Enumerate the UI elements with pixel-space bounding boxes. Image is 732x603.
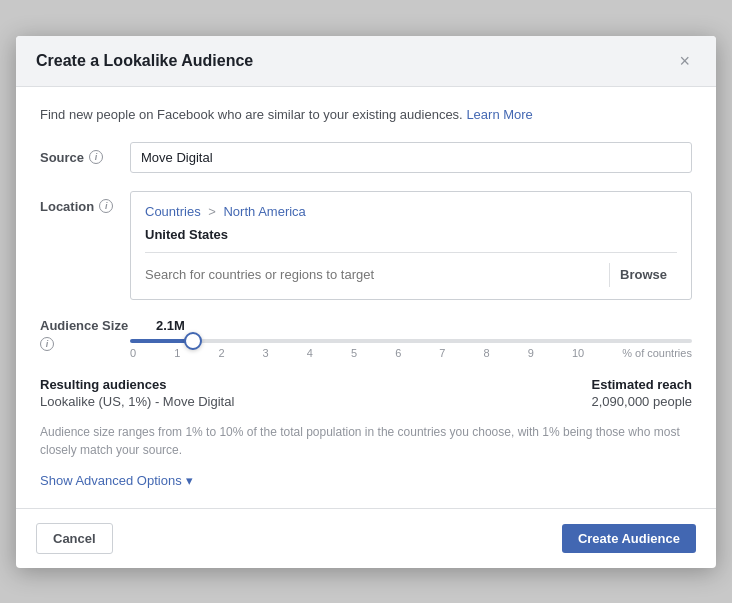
results-section: Resulting audiences Lookalike (US, 1%) -… [40,377,692,409]
modal-body: Find new people on Facebook who are simi… [16,87,716,508]
source-info-icon[interactable]: i [89,150,103,164]
learn-more-link[interactable]: Learn More [466,107,532,122]
estimated-reach-label: Estimated reach [592,377,692,392]
source-row: Source i [40,142,692,173]
pct-label: % of countries [622,347,692,359]
audience-size-slider[interactable] [130,339,692,343]
selected-country: United States [145,227,677,242]
estimated-reach-value: 2,090,000 people [592,394,692,409]
size-control: 2.1M 0 1 2 3 4 5 6 7 8 9 [130,318,692,359]
modal-footer: Cancel Create Audience [16,508,716,568]
source-label: Source i [40,142,130,165]
modal-container: Create a Lookalike Audience × Find new p… [16,36,716,568]
audience-size-section: Audience Size i 2.1M 0 1 2 3 4 [40,318,692,359]
breadcrumb: Countries > North America [145,204,677,219]
show-advanced-button[interactable]: Show Advanced Options ▾ [40,473,193,488]
search-row: Browse [145,252,677,287]
source-field [130,142,692,173]
audience-size-label-wrapper: Audience Size i [40,318,130,351]
resulting-audiences-label: Resulting audiences [40,377,234,392]
breadcrumb-separator: > [208,204,216,219]
source-input[interactable] [130,142,692,173]
audience-note: Audience size ranges from 1% to 10% of t… [40,423,692,459]
country-search-input[interactable] [145,267,609,282]
cancel-button[interactable]: Cancel [36,523,113,554]
location-box: Countries > North America United States … [130,191,692,300]
intro-text: Find new people on Facebook who are simi… [40,107,692,122]
browse-button[interactable]: Browse [609,263,677,287]
size-label-row: Audience Size i 2.1M 0 1 2 3 4 [40,318,692,359]
modal-title: Create a Lookalike Audience [36,52,253,70]
location-row: Location i Countries > North America Uni… [40,191,692,300]
audience-size-info-icon[interactable]: i [40,337,54,351]
create-audience-button[interactable]: Create Audience [562,524,696,553]
resulting-audiences-col: Resulting audiences Lookalike (US, 1%) -… [40,377,234,409]
breadcrumb-region: North America [223,204,305,219]
resulting-audiences-value: Lookalike (US, 1%) - Move Digital [40,394,234,409]
modal-header: Create a Lookalike Audience × [16,36,716,87]
location-info-icon[interactable]: i [99,199,113,213]
results-columns: Resulting audiences Lookalike (US, 1%) -… [40,377,692,409]
size-value: 2.1M [130,318,692,333]
location-label: Location i [40,191,130,214]
close-button[interactable]: × [673,50,696,72]
estimated-reach-col: Estimated reach 2,090,000 people [592,377,692,409]
location-field: Countries > North America United States … [130,191,692,300]
advanced-arrow-icon: ▾ [186,473,193,488]
breadcrumb-countries-link[interactable]: Countries [145,204,201,219]
